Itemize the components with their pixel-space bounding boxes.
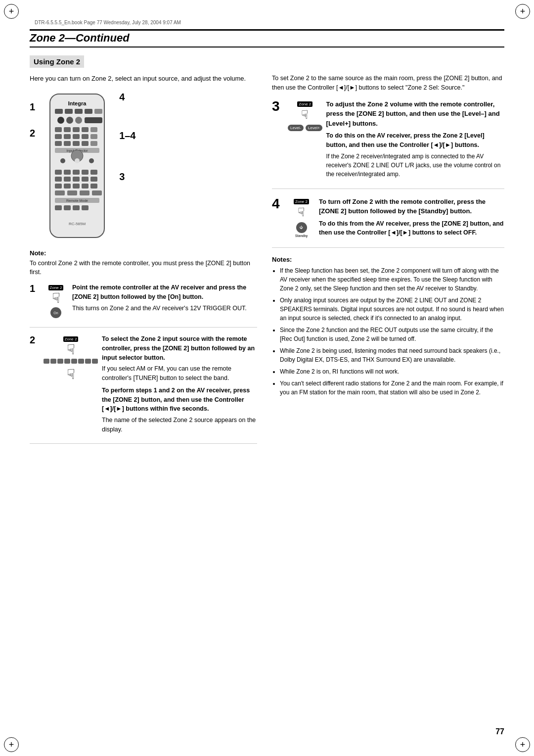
right-step-3-header: To adjust the Zone 2 volume with the rem… bbox=[326, 99, 504, 129]
svg-rect-35 bbox=[82, 170, 89, 175]
svg-rect-41 bbox=[90, 177, 97, 182]
note-item-3: Since the Zone 2 function and the REC OU… bbox=[280, 326, 504, 343]
svg-rect-21 bbox=[55, 141, 62, 146]
svg-rect-23 bbox=[73, 141, 80, 146]
svg-rect-2 bbox=[55, 109, 63, 114]
notes-list: If the Sleep function has been set, the … bbox=[272, 266, 504, 397]
svg-point-8 bbox=[66, 117, 73, 124]
standby-button: ⏻ bbox=[296, 222, 307, 233]
note-item-4: While Zone 2 is being used, listening mo… bbox=[280, 346, 504, 364]
svg-point-7 bbox=[57, 117, 64, 124]
step-2-content: To select the Zone 2 input source with t… bbox=[102, 334, 257, 436]
svg-rect-15 bbox=[90, 127, 97, 132]
remote-image: Integra bbox=[40, 92, 114, 241]
left-step-2: 2 Zone 2 ☟ bbox=[30, 334, 257, 444]
label-4: 4 bbox=[119, 92, 135, 103]
right-step-icons-4: Zone 2 ☟ ⏻ Standby bbox=[288, 197, 315, 240]
svg-rect-42 bbox=[55, 184, 62, 189]
file-info: DTR-6.5.5.5_En.book Page 77 Wednesday, J… bbox=[30, 20, 504, 25]
svg-rect-22 bbox=[64, 141, 71, 146]
title-zone2: Zone 2 bbox=[30, 32, 65, 44]
svg-rect-17 bbox=[64, 134, 71, 139]
svg-rect-16 bbox=[55, 134, 62, 139]
label-1: 1 bbox=[30, 101, 35, 113]
step-1-body: This turns on Zone 2 and the AV receiver… bbox=[72, 304, 257, 313]
right-step-3-sub-bold: To do this on the AV receiver, press the… bbox=[326, 131, 504, 150]
step-2-body2: The name of the selected Zone 2 source a… bbox=[102, 416, 257, 434]
svg-text:RC-585M: RC-585M bbox=[69, 222, 86, 226]
step-num-1: 1 bbox=[30, 283, 40, 320]
right-step-icons-3: Zone 2 ☟ Level- Level+ bbox=[288, 99, 322, 181]
step-2-body1: If you select AM or FM, you can use the … bbox=[102, 364, 257, 383]
label-3: 3 bbox=[119, 171, 135, 183]
right-step-4: 4 Zone 2 ☟ ⏻ Standby To turn off Zone 2 … bbox=[272, 197, 504, 248]
note-before-steps: Note: To control Zone 2 with the remote … bbox=[30, 249, 257, 278]
page-number: 77 bbox=[495, 727, 504, 736]
svg-point-9 bbox=[75, 117, 82, 124]
left-step-1: 1 Zone 2 ☟ On Point the remote controlle… bbox=[30, 283, 257, 328]
notes-title: Notes: bbox=[272, 256, 504, 263]
svg-rect-40 bbox=[82, 177, 89, 182]
remote-right-labels: 4 1–4 3 bbox=[119, 92, 135, 183]
svg-point-28 bbox=[60, 158, 65, 163]
zone2-badge-3: Zone 2 bbox=[297, 101, 312, 107]
label-2: 2 bbox=[30, 128, 35, 139]
svg-rect-10 bbox=[85, 117, 102, 123]
svg-rect-20 bbox=[90, 134, 97, 139]
level-plus-btn: Level+ bbox=[306, 125, 322, 131]
svg-rect-25 bbox=[90, 141, 97, 146]
svg-rect-13 bbox=[73, 127, 80, 132]
left-column: Here you can turn on Zone 2, select an i… bbox=[30, 74, 257, 451]
svg-rect-3 bbox=[65, 109, 73, 114]
subsection-title: Using Zone 2 bbox=[30, 55, 84, 68]
svg-rect-19 bbox=[82, 134, 89, 139]
top-rule bbox=[30, 29, 504, 31]
notes-section: Notes: If the Sleep function has been se… bbox=[272, 256, 504, 397]
zone2-badge-1: Zone 2 bbox=[48, 285, 64, 290]
svg-rect-11 bbox=[55, 127, 62, 132]
right-step-3-content: To adjust the Zone 2 volume with the rem… bbox=[326, 99, 504, 181]
right-step-num-4: 4 bbox=[272, 197, 284, 240]
svg-rect-45 bbox=[82, 184, 89, 189]
svg-rect-46 bbox=[90, 184, 97, 189]
svg-rect-33 bbox=[64, 170, 71, 175]
step-1-content: Point the remote controller at the AV re… bbox=[72, 283, 257, 320]
svg-rect-37 bbox=[55, 177, 62, 182]
section-title: Zone 2—Continued bbox=[30, 32, 504, 47]
on-button: On bbox=[50, 307, 61, 318]
svg-rect-36 bbox=[90, 170, 97, 175]
right-step-3: 3 Zone 2 ☟ Level- Level+ To adjust the Z… bbox=[272, 99, 504, 189]
svg-rect-50 bbox=[92, 190, 102, 195]
svg-rect-56 bbox=[82, 205, 89, 210]
note-text: To control Zone 2 with the remote contro… bbox=[30, 259, 257, 278]
svg-rect-24 bbox=[82, 141, 89, 146]
svg-point-30 bbox=[89, 158, 94, 163]
svg-rect-43 bbox=[64, 184, 71, 189]
svg-rect-12 bbox=[64, 127, 71, 132]
step-icon-1: Zone 2 ☟ On bbox=[44, 283, 68, 320]
note-item-2: Only analog input sources are output by … bbox=[280, 296, 504, 323]
level-minus-btn: Level- bbox=[288, 125, 304, 131]
right-step-num-3: 3 bbox=[272, 99, 284, 181]
svg-rect-49 bbox=[80, 190, 89, 195]
svg-rect-47 bbox=[55, 190, 65, 195]
svg-rect-4 bbox=[75, 109, 83, 114]
svg-rect-53 bbox=[55, 205, 62, 210]
note-item-6: You can't select different radio station… bbox=[280, 379, 504, 397]
intro-text: Here you can turn on Zone 2, select an i… bbox=[30, 74, 257, 84]
svg-rect-18 bbox=[73, 134, 80, 139]
remote-diagram: 1 2 Integra bbox=[30, 92, 257, 241]
zone2-badge-4: Zone 2 bbox=[294, 199, 309, 204]
right-column: To set Zone 2 to the same source as the … bbox=[272, 74, 504, 451]
title-continued: —Continued bbox=[65, 32, 130, 44]
svg-rect-48 bbox=[67, 190, 77, 195]
svg-text:Integra: Integra bbox=[68, 100, 87, 106]
main-content: Here you can turn on Zone 2, select an i… bbox=[30, 74, 504, 451]
right-step-3-body: If the Zone 2 receiver/integrated amp is… bbox=[326, 152, 504, 179]
step-2-bold1: To select the Zone 2 input source with t… bbox=[102, 334, 257, 362]
step-num-2: 2 bbox=[30, 334, 40, 436]
right-step-4-sub-bold: To do this from the AV receiver, press t… bbox=[319, 219, 504, 238]
remote-left-labels: 1 2 bbox=[30, 92, 35, 154]
svg-rect-0 bbox=[50, 94, 104, 237]
svg-rect-32 bbox=[55, 170, 62, 175]
